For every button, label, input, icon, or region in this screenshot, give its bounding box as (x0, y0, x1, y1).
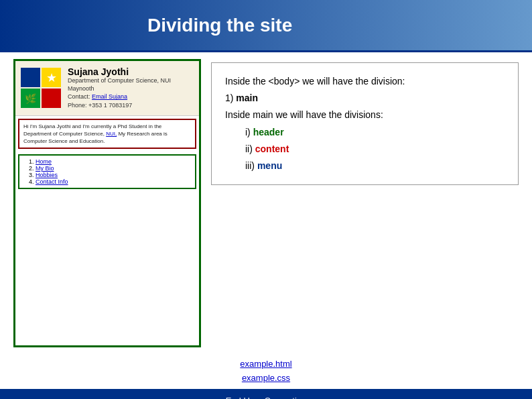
logo-q3: 🌿 (21, 89, 40, 108)
mock-department: Department of Computer Science, NUI Mayn… (68, 77, 194, 93)
list-item: Contact Info (36, 178, 191, 185)
mock-bio: Hi I'm Sujana Jyothi and I'm currently a… (18, 119, 196, 150)
mock-person-name: Sujana Jyothi (68, 66, 194, 77)
leaf-icon: 🌿 (25, 93, 36, 104)
nav-mybio[interactable]: My Bio (36, 165, 54, 172)
main-label: main (236, 93, 258, 103)
desc-line6: iii) menu (245, 158, 505, 174)
star-icon: ★ (46, 70, 57, 85)
phone-number: Phone: +353 1 7083197 (68, 102, 132, 109)
mock-body: Hi I'm Sujana Jyothi and I'm currently a… (15, 116, 199, 345)
menu-label: menu (257, 160, 282, 171)
nav-contact[interactable]: Contact Info (36, 178, 68, 185)
slide-header: Dividing the site (0, 0, 532, 50)
contact-label: Contact: (68, 93, 90, 100)
example-html-link[interactable]: example.html (0, 357, 532, 372)
footer-text: End User Computing (226, 396, 307, 399)
desc-line1: Inside the <body> we will have the divis… (225, 73, 505, 90)
mock-nav: Home My Bio Hobbies Contact Info (18, 154, 196, 189)
content-area: ★ 🌿 Sujana Jyothi Department of Computer… (0, 52, 532, 354)
nav-list: Home My Bio Hobbies Contact Info (23, 158, 191, 185)
mock-site-header: ★ 🌿 Sujana Jyothi Department of Computer… (15, 61, 199, 116)
logo-q1 (21, 68, 40, 87)
desc-line5: ii) content (245, 141, 505, 158)
email-link[interactable]: Email Sujana (92, 93, 127, 100)
logo-q4 (42, 89, 61, 108)
desc-line4: i) header (245, 124, 505, 141)
bottom-links: example.html example.css (0, 354, 532, 389)
nui-link[interactable]: NUI, (106, 131, 117, 137)
nav-hobbies[interactable]: Hobbies (36, 172, 58, 178)
desc-line3: Inside main we will have the divisions: (225, 107, 505, 123)
desc-line2: 1) main (225, 90, 505, 107)
footer-bar: End User Computing (0, 391, 532, 399)
website-mockup: ★ 🌿 Sujana Jyothi Department of Computer… (13, 59, 201, 347)
header-label: header (253, 127, 284, 137)
mock-contact: Contact: Email Sujana Phone: +353 1 7083… (68, 93, 194, 109)
mock-logo: ★ 🌿 (21, 68, 61, 108)
list-item: Home (36, 158, 191, 165)
list-item: Hobbies (36, 172, 191, 178)
nav-home[interactable]: Home (36, 158, 52, 165)
description-box: Inside the <body> we will have the divis… (211, 62, 519, 185)
slide-title: Dividing the site (147, 15, 292, 36)
logo-q2: ★ (42, 68, 61, 87)
content-label: content (255, 144, 289, 154)
list-item: My Bio (36, 165, 191, 172)
example-css-link[interactable]: example.css (0, 372, 532, 386)
mock-header-info: Sujana Jyothi Department of Computer Sci… (68, 66, 194, 110)
